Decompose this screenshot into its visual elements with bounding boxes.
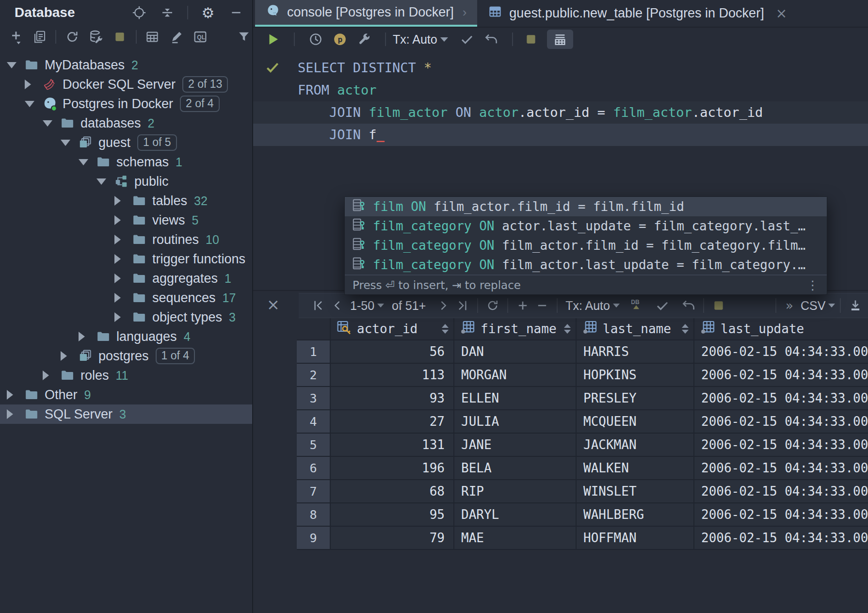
- code-line-2[interactable]: FROM actor: [253, 79, 868, 101]
- row-number[interactable]: 7: [297, 480, 331, 502]
- in-editor-results-toggle[interactable]: [547, 30, 573, 49]
- expanded-arrow-icon[interactable]: [7, 62, 24, 68]
- column-header-actor-id[interactable]: actor_id: [331, 318, 454, 339]
- cell-last-update[interactable]: 2006-02-15 04:34:33.00: [694, 527, 868, 549]
- tree-item-views[interactable]: views5: [0, 210, 252, 230]
- tx-mode-label[interactable]: Tx: Auto: [565, 299, 610, 313]
- commit-icon[interactable]: [459, 31, 475, 48]
- tree-item-trigger-functions[interactable]: trigger functions: [0, 249, 252, 269]
- chevron-down-icon[interactable]: [613, 304, 620, 307]
- more-options-icon[interactable]: ⋮: [806, 278, 819, 292]
- collapsed-arrow-icon[interactable]: [114, 215, 132, 225]
- completion-item-film-category[interactable]: film_category ON film_actor.last_update …: [345, 255, 827, 274]
- cell-actor-id[interactable]: 68: [331, 480, 454, 502]
- cell-last-update[interactable]: 2006-02-15 04:34:33.00: [694, 387, 868, 409]
- cell-last-name[interactable]: HOFFMAN: [577, 527, 694, 549]
- row-number[interactable]: 8: [297, 503, 331, 526]
- cell-last-name[interactable]: WINSLET: [577, 480, 694, 502]
- edit-icon[interactable]: [168, 29, 184, 45]
- tree-item-schemas[interactable]: schemas1: [0, 152, 252, 172]
- cell-first-name[interactable]: DAN: [454, 340, 577, 363]
- cell-last-update[interactable]: 2006-02-15 04:34:33.00: [694, 480, 868, 502]
- cell-last-update[interactable]: 2006-02-15 04:34:33.00: [694, 503, 868, 526]
- tree-item-databases[interactable]: databases2: [0, 113, 252, 133]
- locate-object-icon[interactable]: [131, 4, 147, 21]
- tree-item-mydatabases[interactable]: MyDatabases2: [0, 55, 252, 75]
- export-format-label[interactable]: CSV: [801, 299, 825, 313]
- row-number[interactable]: 1: [297, 340, 331, 363]
- row-number[interactable]: 4: [297, 410, 331, 433]
- duplicate-icon[interactable]: [32, 29, 48, 45]
- next-page-icon[interactable]: [434, 296, 453, 315]
- tree-item-languages[interactable]: languages4: [0, 327, 252, 346]
- code-line-4[interactable]: JOIN f_: [253, 124, 868, 146]
- reload-page-icon[interactable]: [483, 296, 502, 315]
- cell-last-name[interactable]: PRESLEY: [577, 387, 694, 409]
- data-source-properties-icon[interactable]: [88, 29, 104, 45]
- cell-first-name[interactable]: DARYL: [454, 503, 577, 526]
- cell-last-update[interactable]: 2006-02-15 04:34:33.00: [694, 340, 868, 363]
- export-chevrons-icon[interactable]: »: [781, 296, 798, 315]
- sort-toggle-icon[interactable]: [682, 324, 689, 334]
- stop-icon[interactable]: [112, 29, 128, 45]
- collapsed-arrow-icon[interactable]: [114, 196, 132, 206]
- cell-last-update[interactable]: 2006-02-15 04:34:33.00: [694, 364, 868, 386]
- expanded-arrow-icon[interactable]: [79, 159, 96, 165]
- cell-first-name[interactable]: JANE: [454, 434, 577, 456]
- commit-icon[interactable]: [653, 296, 672, 315]
- expanded-arrow-icon[interactable]: [43, 120, 60, 127]
- settings-gear-icon[interactable]: ⚙: [200, 4, 216, 21]
- filter-icon[interactable]: [236, 29, 252, 45]
- cell-actor-id[interactable]: 131: [331, 434, 454, 456]
- run-icon[interactable]: [265, 31, 281, 48]
- tab-console[interactable]: console [Postgres in Docker] ›: [255, 0, 477, 27]
- cell-first-name[interactable]: MAE: [454, 527, 577, 549]
- code-line-3[interactable]: JOIN film_actor ON actor.actor_id = film…: [253, 101, 868, 124]
- collapsed-arrow-icon[interactable]: [7, 409, 24, 419]
- tree-item-postgres-in-docker[interactable]: Postgres in Docker2 of 4: [0, 94, 252, 113]
- completion-item-film-category[interactable]: film_category ON actor.last_update = fil…: [345, 216, 827, 236]
- collapsed-arrow-icon[interactable]: [114, 293, 132, 303]
- cell-first-name[interactable]: BELA: [454, 457, 577, 479]
- tree-item-guest[interactable]: guest1 of 5: [0, 133, 252, 152]
- column-header-first-name[interactable]: first_name: [454, 318, 577, 339]
- page-range-label[interactable]: 1-50: [350, 299, 374, 313]
- refresh-icon[interactable]: [64, 29, 80, 45]
- collapsed-arrow-icon[interactable]: [61, 351, 78, 361]
- tree-item-object-types[interactable]: object types3: [0, 307, 252, 327]
- collapsed-arrow-icon[interactable]: [7, 390, 24, 400]
- download-icon[interactable]: [846, 296, 865, 315]
- cell-actor-id[interactable]: 93: [331, 387, 454, 409]
- expanded-arrow-icon[interactable]: [25, 101, 42, 107]
- tree-item-public[interactable]: public: [0, 172, 252, 191]
- collapsed-arrow-icon[interactable]: [25, 80, 42, 89]
- chevron-down-icon[interactable]: [377, 304, 384, 307]
- cell-first-name[interactable]: RIP: [454, 480, 577, 502]
- cell-last-name[interactable]: JACKMAN: [577, 434, 694, 456]
- rollback-icon[interactable]: [483, 31, 499, 48]
- cell-actor-id[interactable]: 79: [331, 527, 454, 549]
- previous-page-icon[interactable]: [328, 296, 347, 315]
- cell-last-update[interactable]: 2006-02-15 04:34:33.00: [694, 434, 868, 456]
- row-number[interactable]: 3: [297, 387, 331, 409]
- chevron-down-icon[interactable]: [828, 304, 835, 307]
- cell-last-name[interactable]: HARRIS: [577, 340, 694, 363]
- delete-row-icon[interactable]: [532, 296, 552, 315]
- stop-icon[interactable]: [523, 31, 539, 48]
- column-header-last-name[interactable]: last_name: [577, 318, 694, 339]
- cell-first-name[interactable]: MORGAN: [454, 364, 577, 386]
- tree-item-docker-sql-server[interactable]: Docker SQL Server2 of 13: [0, 75, 252, 94]
- sort-toggle-icon[interactable]: [442, 324, 449, 334]
- tree-item-roles[interactable]: roles11: [0, 366, 252, 385]
- sort-toggle-icon[interactable]: [564, 324, 571, 334]
- collapsed-arrow-icon[interactable]: [114, 274, 132, 283]
- code-line-1[interactable]: SELECT DISTINCT *: [253, 57, 868, 79]
- row-number[interactable]: 9: [297, 527, 331, 549]
- row-number[interactable]: 6: [297, 457, 331, 479]
- submit-to-db-icon[interactable]: DB: [627, 296, 646, 315]
- cell-last-name[interactable]: HOPKINS: [577, 364, 694, 386]
- cell-actor-id[interactable]: 113: [331, 364, 454, 386]
- tree-item-sequences[interactable]: sequences17: [0, 288, 252, 307]
- cell-last-update[interactable]: 2006-02-15 04:34:33.00: [694, 457, 868, 479]
- expanded-arrow-icon[interactable]: [61, 140, 78, 146]
